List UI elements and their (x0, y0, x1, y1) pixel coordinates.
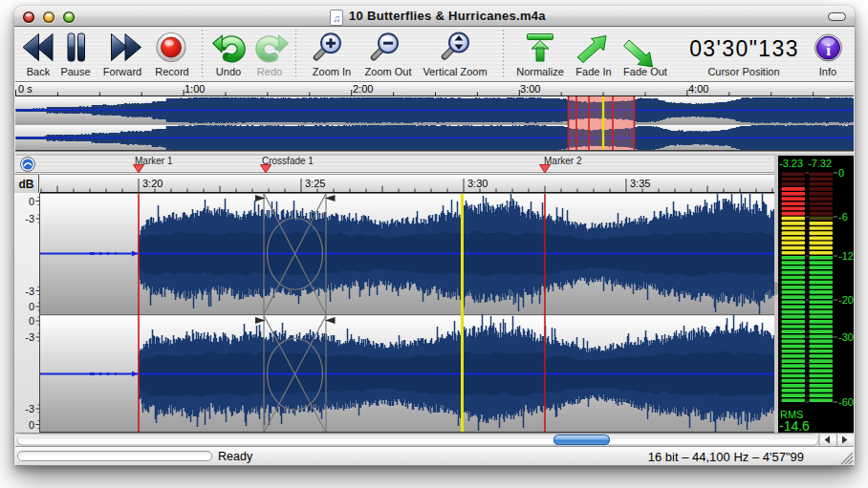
svg-text:-14.6: -14.6 (779, 418, 810, 433)
svg-text:-3: -3 (25, 331, 34, 343)
svg-text:-30: -30 (838, 331, 854, 343)
svg-text:0: 0 (29, 315, 34, 327)
svg-text:3:30: 3:30 (467, 178, 488, 189)
svg-text:0: 0 (29, 419, 34, 431)
svg-text:3:25: 3:25 (305, 178, 325, 189)
svg-text:3:20: 3:20 (142, 178, 163, 189)
svg-text:-3: -3 (25, 286, 34, 297)
svg-text:0: 0 (838, 167, 844, 179)
svg-text:-3.23: -3.23 (779, 158, 803, 169)
svg-text:♫: ♫ (333, 12, 340, 24)
svg-text:-60: -60 (838, 396, 854, 408)
svg-text:0: 0 (29, 196, 34, 207)
svg-text:-6: -6 (838, 211, 848, 223)
svg-text:0: 0 (29, 301, 34, 312)
svg-text:i: i (826, 41, 831, 59)
svg-text:-7.32: -7.32 (808, 158, 832, 169)
svg-text:-3: -3 (25, 403, 34, 414)
svg-text:-12: -12 (838, 250, 854, 262)
svg-text:3:35: 3:35 (630, 178, 650, 189)
svg-text:-3: -3 (25, 213, 34, 224)
svg-text:-20: -20 (838, 294, 854, 306)
